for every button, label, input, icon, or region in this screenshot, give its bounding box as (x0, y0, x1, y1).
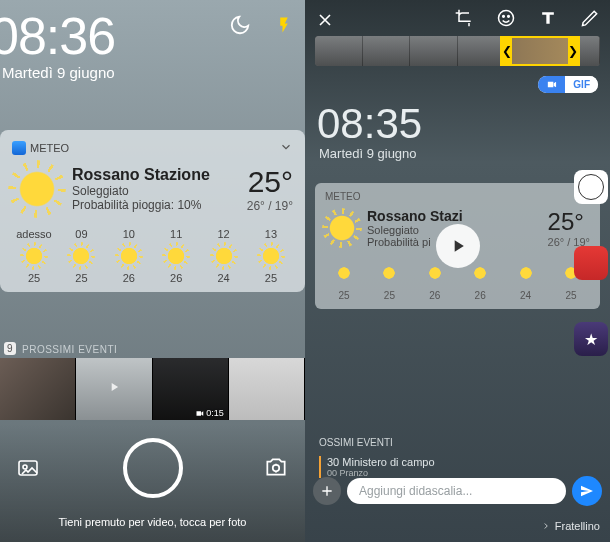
sun-icon (519, 266, 533, 280)
upcoming-events-label: OSSIMI EVENTI (319, 437, 393, 448)
caption-bar: Aggiungi didascalia... (313, 476, 602, 506)
trim-handle-right[interactable]: ❯ (568, 38, 578, 64)
hour-col: 1026 (109, 228, 149, 284)
svg-point-2 (499, 11, 514, 26)
video-editor-panel: ❮ ❯ GIF 08:35 Martedì 9 giugno METEO Ros… (305, 0, 610, 542)
video-trim-bar[interactable]: ❮ ❯ (315, 36, 600, 66)
trim-handle-left[interactable]: ❮ (502, 38, 512, 64)
preview-date: Martedì 9 giugno (319, 146, 610, 161)
recent-media-strip[interactable]: 0:15 (0, 358, 305, 420)
hour-col: 1224 (204, 228, 244, 284)
play-icon (107, 380, 121, 398)
sun-icon (327, 213, 357, 243)
sun-icon (337, 266, 351, 280)
emoji-sticker-icon[interactable] (496, 8, 516, 32)
flash-icon[interactable] (275, 14, 293, 36)
caption-input[interactable]: Aggiungi didascalia... (347, 478, 566, 504)
text-tool-icon[interactable] (538, 8, 558, 32)
sun-icon (119, 246, 139, 266)
hour-col: 1325 (251, 228, 291, 284)
video-duration: 0:15 (195, 408, 224, 418)
calendar-event: 30 Ministero di campo 00 Pranzo (319, 456, 435, 478)
upcoming-events-label: PROSSIMI EVENTI (22, 344, 117, 355)
weather-app-label: METEO (325, 191, 590, 202)
weather-temp-hilo: 26° / 19° (247, 199, 293, 213)
weather-condition: Soleggiato (72, 184, 247, 198)
svg-point-1 (23, 465, 27, 469)
lockscreen-date: Martedì 9 giugno (2, 64, 115, 81)
weather-location: Rossano Stazione (72, 166, 247, 184)
recipient-chip[interactable]: Fratellino (541, 520, 600, 532)
sun-icon (16, 168, 58, 210)
play-button[interactable] (436, 224, 480, 268)
weather-location: Rossano Stazi (367, 208, 548, 224)
hour-col: adesso25 (14, 228, 54, 284)
hour-col: 0925 (61, 228, 101, 284)
add-media-button[interactable] (313, 477, 341, 505)
preview-clock: 08:35 (317, 100, 610, 148)
media-thumbnail[interactable] (229, 358, 305, 420)
events-day-badge: 9 (4, 342, 16, 355)
media-thumbnail[interactable]: 0:15 (153, 358, 229, 420)
preview-weather-widget: METEO Rossano Stazi Soleggiato Probabili… (315, 183, 600, 309)
svg-point-4 (508, 16, 510, 18)
gif-mode-option[interactable]: GIF (565, 76, 598, 93)
sun-icon (71, 246, 91, 266)
media-thumbnail[interactable] (0, 358, 76, 420)
hour-col: 1126 (156, 228, 196, 284)
svg-point-3 (503, 16, 505, 18)
sun-icon (428, 266, 442, 280)
home-apps-column (574, 170, 608, 356)
clock-app-icon (574, 170, 608, 204)
switch-camera-icon[interactable] (263, 454, 289, 484)
weather-app-label: METEO (30, 142, 69, 154)
sun-icon (166, 246, 186, 266)
weather-widget: METEO Rossano Stazione Soleggiato Probab… (0, 130, 305, 292)
camera-capture-panel: 08:36 Martedì 9 giugno METEO (0, 0, 305, 542)
media-thumbnail[interactable] (76, 358, 152, 420)
imovie-app-icon (574, 322, 608, 356)
chevron-down-icon[interactable] (279, 140, 293, 156)
sun-icon (214, 246, 234, 266)
shutter-button[interactable] (123, 438, 183, 498)
weather-app-icon (12, 141, 26, 155)
crop-rotate-icon[interactable] (454, 8, 474, 32)
trim-selection[interactable]: ❮ ❯ (500, 36, 580, 66)
sun-icon (24, 246, 44, 266)
gallery-icon[interactable] (16, 456, 40, 484)
send-button[interactable] (572, 476, 602, 506)
night-mode-icon[interactable] (229, 14, 251, 36)
weather-temp-now: 25° (247, 165, 293, 199)
lockscreen-clock: 08:36 (0, 6, 115, 66)
weather-rain-prob: Probabilità pioggia: 10% (72, 198, 247, 212)
close-icon[interactable] (315, 10, 335, 35)
sun-icon (382, 266, 396, 280)
camera-hint-text: Tieni premuto per video, tocca per foto (0, 516, 305, 528)
sun-icon (473, 266, 487, 280)
draw-pencil-icon[interactable] (580, 8, 600, 32)
camera-controls: Tieni premuto per video, tocca per foto (0, 424, 305, 542)
video-mode-option[interactable] (538, 76, 565, 93)
hourly-forecast: adesso25 0925 1026 1126 1224 1325 (12, 228, 293, 284)
sun-icon (261, 246, 281, 266)
video-gif-toggle[interactable]: GIF (538, 76, 598, 93)
wps-app-icon (574, 246, 608, 280)
